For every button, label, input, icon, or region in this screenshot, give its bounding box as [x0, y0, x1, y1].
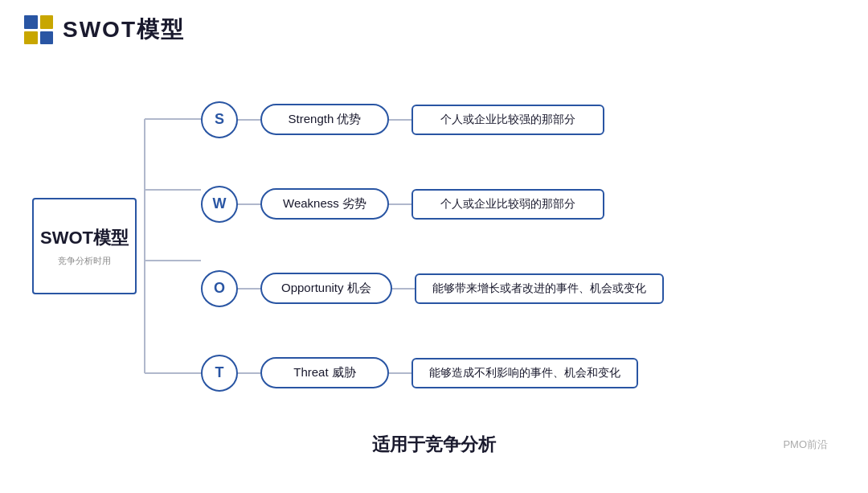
- swot-box-title: SWOT模型: [40, 226, 129, 250]
- pill-w: Weakness 劣势: [260, 188, 389, 220]
- desc-o: 能够带来增长或者改进的事件、机会或变化: [415, 273, 664, 304]
- swot-row-o: O Opportunity 机会 能够带来增长或者改进的事件、机会或变化: [201, 253, 836, 325]
- swot-box: SWOT模型 竞争分析时用: [32, 198, 137, 294]
- circle-t: T: [201, 355, 238, 392]
- footer-text: 适用于竞争分析: [372, 433, 496, 457]
- circle-s: S: [201, 101, 238, 138]
- pill-o: Opportunity 机会: [260, 273, 392, 304]
- swot-row-t: T Threat 威胁 能够造成不利影响的事件、机会和变化: [201, 337, 836, 409]
- line-s-desc: [389, 119, 411, 121]
- line-t-pill: [238, 372, 260, 374]
- desc-w: 个人或企业比较弱的那部分: [411, 189, 604, 220]
- content-wrapper: SWOT模型 竞争分析时用 S Strength 优势: [32, 69, 836, 423]
- line-s-pill: [238, 119, 260, 121]
- line-t-desc: [389, 372, 411, 374]
- left-side: SWOT模型 竞争分析时用: [32, 198, 137, 294]
- line-o-pill: [238, 288, 260, 290]
- line-w-desc: [389, 203, 411, 205]
- page-title: SWOT模型: [63, 14, 185, 45]
- desc-t: 能够造成不利影响的事件、机会和变化: [411, 358, 638, 388]
- logo-icon: [24, 15, 53, 44]
- swot-box-subtitle: 竞争分析时用: [58, 255, 111, 267]
- watermark: PMO前沿: [783, 438, 828, 452]
- pill-t: Threat 威胁: [260, 357, 389, 388]
- line-o-desc: [392, 288, 415, 290]
- footer: 适用于竞争分析 PMO前沿: [0, 433, 868, 457]
- swot-row-s: S Strength 优势 个人或企业比较强的那部分: [201, 84, 836, 156]
- line-w-pill: [238, 203, 260, 205]
- header: SWOT模型: [0, 0, 868, 53]
- circle-o: O: [201, 270, 238, 307]
- branch-lines: [137, 77, 201, 415]
- circle-w: W: [201, 186, 238, 223]
- main-content: SWOT模型 竞争分析时用 S Strength 优势: [0, 61, 868, 431]
- desc-s: 个人或企业比较强的那部分: [411, 105, 604, 135]
- pill-s: Strength 优势: [260, 104, 389, 135]
- right-side: S Strength 优势 个人或企业比较强的那部分 W Weakness 劣势…: [201, 77, 836, 415]
- swot-row-w: W Weakness 劣势 个人或企业比较弱的那部分: [201, 168, 836, 240]
